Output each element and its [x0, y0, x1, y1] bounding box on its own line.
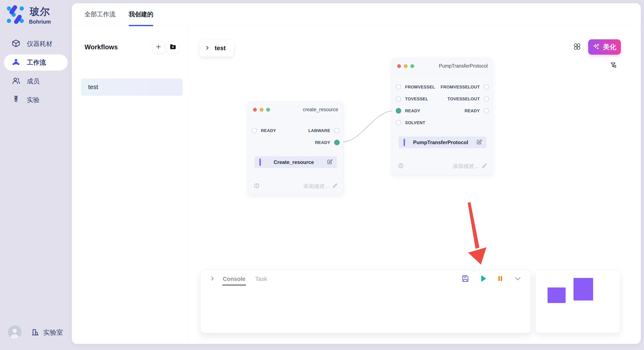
add-description-button[interactable]: 添加描述...: [453, 163, 487, 170]
info-icon[interactable]: [254, 183, 260, 189]
sidebar-item-consumables[interactable]: 仪器耗材: [4, 36, 68, 52]
building-icon: [31, 328, 40, 337]
node-pump-transfer-protocol[interactable]: PumpTransferProtocol FROMVESSELFROMVESSE…: [392, 58, 493, 175]
node-ports: READYLABWAREREADY: [248, 118, 343, 149]
main-content: 全部工作流 我创建的 Workflows: [72, 3, 641, 344]
port-label: FROMVESSELOUT: [440, 85, 480, 90]
port-label: READY: [261, 128, 276, 133]
workflow-list-panel: Workflows test: [72, 26, 188, 339]
sidebar-item-label: 工作流: [27, 58, 46, 67]
layout-command-button[interactable]: [573, 42, 582, 51]
node-task-pill[interactable]: Create_resource: [254, 156, 337, 168]
node-header[interactable]: create_resource: [248, 102, 343, 118]
port-row: READYLABWARE: [248, 125, 343, 137]
workspace-switcher[interactable]: 实验室: [31, 328, 63, 337]
node-task-pill[interactable]: PumpTransferProtocol: [398, 137, 486, 148]
add-description-button[interactable]: 添加描述...: [303, 183, 338, 190]
port-label: TOVESSELOUT: [448, 97, 480, 101]
output-port[interactable]: [484, 96, 489, 102]
edit-icon[interactable]: [476, 139, 482, 146]
input-port[interactable]: [396, 120, 401, 126]
port-label: LABWARE: [308, 128, 330, 133]
chevron-right-icon: [204, 45, 210, 51]
add-workflow-button[interactable]: [152, 41, 164, 53]
output-port[interactable]: [334, 128, 340, 133]
traffic-dots-icon: [397, 64, 414, 68]
tab-console[interactable]: Console: [223, 276, 246, 282]
tab-all-workflows[interactable]: 全部工作流: [84, 3, 116, 26]
run-button[interactable]: [479, 275, 487, 283]
save-button[interactable]: [461, 275, 469, 283]
port-row: TOVESSELTOVESSELOUT: [392, 93, 493, 105]
port-row: FROMVESSELFROMVESSELOUT: [392, 81, 493, 93]
tab-task[interactable]: Task: [255, 276, 267, 282]
workflow-list-item[interactable]: test: [81, 78, 183, 96]
port-label: READY: [315, 140, 330, 145]
sidebar-item-label: 仪器耗材: [27, 39, 52, 48]
sidebar-item-experiments[interactable]: 实验: [4, 92, 68, 108]
port-label: SOLVENT: [405, 120, 425, 125]
input-port[interactable]: [396, 96, 401, 102]
panel-title: Workflows: [84, 43, 118, 51]
output-port[interactable]: [484, 84, 489, 90]
sidebar: 玻尔 Bohrium 仪器耗材 工作流: [0, 0, 72, 350]
folder-download-icon: [169, 43, 176, 51]
port-row: SOLVENT: [392, 117, 493, 129]
console-panel: Console Task: [200, 270, 531, 333]
workflow-item-label: test: [88, 84, 98, 91]
minimap[interactable]: [536, 270, 620, 333]
save-icon: [461, 275, 469, 283]
logo-title: 玻尔: [30, 5, 50, 18]
play-icon: [479, 275, 487, 283]
pencil-icon: [332, 183, 338, 189]
sidebar-item-label: 实验: [27, 96, 40, 104]
command-icon: [574, 43, 581, 51]
node-header[interactable]: PumpTransferProtocol: [392, 58, 493, 74]
filter-icon: [610, 62, 617, 70]
beautify-button[interactable]: 美化: [588, 39, 621, 55]
plus-icon: [155, 44, 162, 51]
pill-label: PumpTransferProtocol: [405, 140, 476, 146]
app-logo: 玻尔 Bohrium: [6, 5, 51, 25]
workspace-label: 实验室: [43, 328, 63, 337]
tab-my-created[interactable]: 我创建的: [129, 3, 153, 26]
members-icon: [12, 76, 20, 86]
input-port[interactable]: [396, 84, 401, 90]
info-icon[interactable]: [398, 163, 404, 170]
traffic-dots-icon: [253, 108, 270, 112]
canvas-breadcrumb-test[interactable]: test: [200, 40, 234, 57]
port-label: READY: [464, 108, 480, 113]
console-expand-button[interactable]: [210, 276, 215, 282]
logo-subtitle: Bohrium: [29, 19, 51, 25]
sidebar-item-members[interactable]: 成员: [4, 73, 68, 89]
pause-icon: [497, 275, 504, 283]
edit-icon[interactable]: [327, 159, 333, 166]
pencil-icon: [482, 163, 487, 170]
node-title: create_resource: [303, 107, 338, 113]
sparkles-icon: [593, 43, 600, 51]
workflow-icon: [12, 58, 20, 67]
description-placeholder: 添加描述...: [453, 163, 478, 170]
output-port[interactable]: [484, 108, 489, 114]
minimap-node: [574, 278, 593, 301]
pause-button[interactable]: [497, 275, 504, 283]
pill-accent-bar: [404, 139, 405, 146]
beautify-label: 美化: [603, 42, 616, 51]
sidebar-item-workflows[interactable]: 工作流: [4, 54, 68, 71]
filter-button[interactable]: [609, 61, 618, 70]
chevron-down-icon: [514, 275, 522, 283]
collapse-console-button[interactable]: [514, 275, 522, 283]
workflow-tabs: 全部工作流 我创建的: [72, 3, 641, 26]
description-placeholder: 添加描述...: [303, 183, 329, 190]
import-folder-button[interactable]: [167, 41, 179, 53]
input-port[interactable]: [396, 108, 401, 114]
sidebar-item-label: 成员: [27, 77, 40, 86]
pill-accent-bar: [260, 159, 261, 166]
minimap-node: [548, 288, 566, 303]
avatar[interactable]: [8, 325, 22, 340]
node-create-resource[interactable]: create_resource READYLABWAREREADY Create…: [248, 102, 344, 195]
output-port[interactable]: [334, 140, 340, 145]
input-port[interactable]: [252, 128, 257, 133]
port-row: READY: [248, 137, 343, 149]
pill-label: Create_resource: [261, 159, 327, 165]
